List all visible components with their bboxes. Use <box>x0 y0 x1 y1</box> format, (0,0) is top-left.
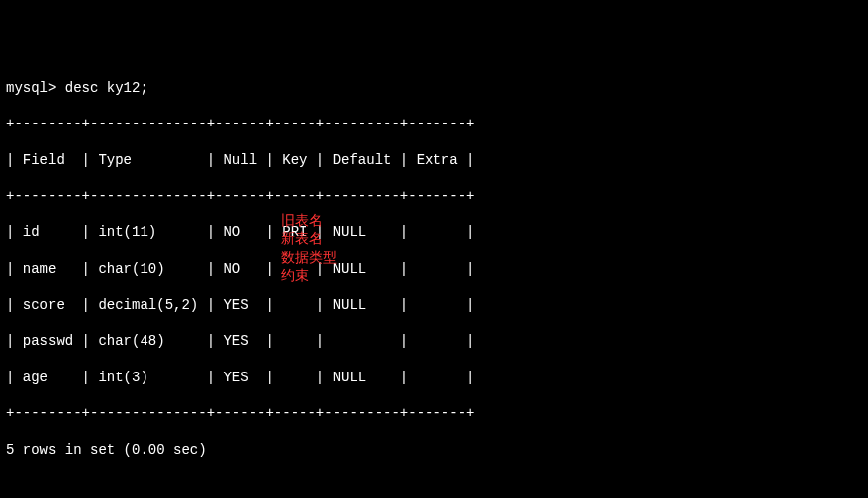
table1-border-top: +--------+--------------+------+-----+--… <box>6 115 862 132</box>
label-old-table: 旧表名 <box>281 213 323 229</box>
label-new-table: 新表名 <box>281 231 323 247</box>
table1-row: | passwd | char(48) | YES | | | | <box>6 332 862 350</box>
table1-row: | score | decimal(5,2) | YES | | NULL | … <box>6 296 862 314</box>
table1-row: | age | int(3) | YES | | NULL | | <box>6 369 862 386</box>
annotation-labels: 旧表名 新表名 数据类型 约束 <box>264 194 357 285</box>
blank-line <box>6 477 862 495</box>
table1-row: | name | char(10) | NO | | NULL | | <box>6 260 862 278</box>
table1-row: | id | int(11) | NO | PRI | NULL | | <box>6 223 862 241</box>
label-constraint: 约束 <box>281 268 309 284</box>
mysql-prompt-1: mysql> desc ky12; <box>6 79 862 97</box>
table1-border-mid: +--------+--------------+------+-----+--… <box>6 187 862 205</box>
table1-border-bot: +--------+--------------+------+-----+--… <box>6 404 862 422</box>
label-data-type: 数据类型 <box>281 250 337 266</box>
result-1: 5 rows in set (0.00 sec) <box>6 441 862 459</box>
table1-header: | Field | Type | Null | Key | Default | … <box>6 151 862 169</box>
